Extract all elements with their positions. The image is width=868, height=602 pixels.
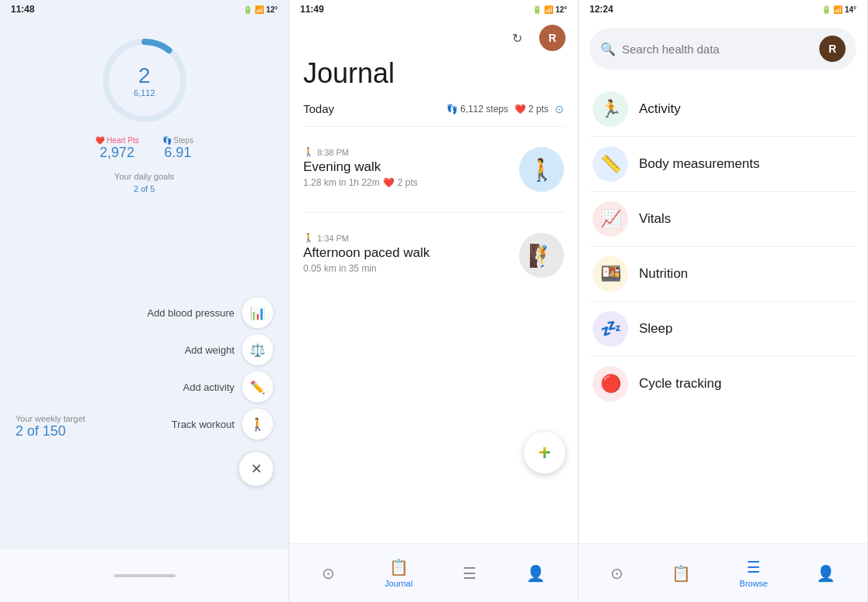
stats-row: ❤️ Heart Pts 2,972 👣 Steps 6.91 <box>95 136 193 161</box>
temp-label: 12° <box>266 5 278 14</box>
status-bar-1: 11:48 🔋 📶 12° <box>0 0 289 19</box>
cycle-label: Cycle tracking <box>639 376 722 392</box>
signal-icon-2: 📶 <box>544 5 553 14</box>
add-fab[interactable]: + <box>524 432 566 474</box>
sleep-icon-circle: 💤 <box>593 311 628 347</box>
temp-2: 12° <box>555 5 567 14</box>
temp-3: 14° <box>845 5 856 14</box>
home-content: 2 6,112 ❤️ Heart Pts 2,972 👣 Steps 6.91 … <box>0 19 289 548</box>
weekly-label: Your weekly target <box>15 414 85 423</box>
plus-icon: + <box>538 440 551 465</box>
browse-item-vitals[interactable]: 📈 Vitals <box>589 192 856 247</box>
browse-item-sleep[interactable]: 💤 Sleep <box>589 302 856 357</box>
browse-item-activity[interactable]: 🏃 Activity <box>589 82 856 137</box>
panel-browse: 12:24 🔋 📶 14° 🔍 R 🏃 Activity <box>579 0 868 602</box>
workout-icon: 🚶 <box>250 417 265 432</box>
user-avatar-3[interactable]: R <box>819 36 846 62</box>
search-bar[interactable]: 🔍 R <box>589 28 856 70</box>
action-bp-button[interactable]: 📊 <box>242 297 273 328</box>
action-weight-label: Add weight <box>185 344 234 356</box>
activity-icon: 🏃 <box>600 99 621 119</box>
action-workout-button[interactable]: 🚶 <box>242 409 273 440</box>
profile-tab-icon-2: 👤 <box>526 564 545 583</box>
close-button[interactable]: ✕ <box>239 452 273 486</box>
action-activity-label: Add activity <box>183 381 234 393</box>
walk-icon-1: 🚶 <box>303 147 314 157</box>
activity-thumb-1: 🚶 <box>519 147 564 192</box>
action-activity[interactable]: Add activity ✏️ <box>183 371 273 402</box>
browse-item-body[interactable]: 📏 Body measurements <box>589 137 856 192</box>
browse-item-cycle[interactable]: 🔴 Cycle tracking <box>589 357 856 411</box>
status-bar-2: 11:49 🔋 📶 12° <box>289 0 578 19</box>
nav-tab-profile-3[interactable]: 👤 <box>816 564 836 583</box>
nav-tab-home-3[interactable]: ⊙ <box>610 564 624 583</box>
browse-tab-label: Browse <box>740 579 768 588</box>
quick-actions: Add blood pressure 📊 Add weight ⚖️ Add a… <box>147 297 273 440</box>
heart-icon: ❤️ Heart Pts <box>95 136 138 145</box>
activity-ring: 2 6,112 <box>98 34 191 127</box>
weekly-target: Your weekly target 2 of 150 <box>15 414 85 440</box>
thumb-icon-1: 🚶 <box>528 157 555 183</box>
nav-tab-list-2[interactable]: ☰ <box>463 564 477 583</box>
status-icons-1: 🔋 📶 12° <box>243 5 278 14</box>
vitals-icon: 📈 <box>600 209 621 229</box>
body-icon: 📏 <box>600 154 621 174</box>
action-weight-button[interactable]: ⚖️ <box>242 334 273 365</box>
search-input[interactable] <box>622 43 813 56</box>
weight-icon: ⚖️ <box>250 343 265 357</box>
activity-name-1: Evening walk <box>303 159 418 175</box>
nav-tab-journal[interactable]: 📋 Journal <box>384 558 412 588</box>
nav-tab-journal-3[interactable]: 📋 <box>672 564 691 583</box>
stat-heart: ❤️ Heart Pts 2,972 <box>95 136 138 161</box>
heart-detail-icon: ❤️ <box>383 177 395 188</box>
journal-tab-label: Journal <box>384 579 412 588</box>
nutrition-icon-circle: 🍱 <box>593 256 628 292</box>
steps-chip: 👣 6,112 steps <box>446 104 508 115</box>
status-bar-3: 12:24 🔋 📶 14° <box>579 0 867 19</box>
user-avatar-2[interactable]: R <box>539 25 566 51</box>
action-workout-label: Track workout <box>172 419 234 430</box>
journal-header: ↻ R <box>289 19 578 57</box>
bp-icon: 📊 <box>250 306 265 320</box>
stat-steps: 👣 Steps 6.91 <box>162 136 193 161</box>
panel-home: 11:48 🔋 📶 12° 2 6,112 ❤️ Heart Pts 2,972 <box>0 0 289 602</box>
time-3: 12:24 <box>589 4 613 15</box>
thumb-icon-2: 🧗 <box>528 243 555 269</box>
action-activity-button[interactable]: ✏️ <box>242 371 273 402</box>
home-tab-icon-3: ⊙ <box>610 564 624 583</box>
activity-card-2[interactable]: 🚶 1:34 PM Afternoon paced walk 0.05 km i… <box>303 225 564 286</box>
nav-tabs-3: ⊙ 📋 ☰ Browse 👤 <box>579 558 867 588</box>
journal-tab-icon: 📋 <box>389 558 408 576</box>
cycle-icon: 🔴 <box>600 374 621 394</box>
action-workout[interactable]: Track workout 🚶 <box>172 409 273 440</box>
nav-tab-browse[interactable]: ☰ Browse <box>740 558 768 588</box>
action-weight[interactable]: Add weight ⚖️ <box>185 334 273 365</box>
activity-time-2: 🚶 1:34 PM <box>303 233 430 243</box>
action-bp[interactable]: Add blood pressure 📊 <box>147 297 273 328</box>
sleep-label: Sleep <box>639 321 672 337</box>
refresh-button[interactable]: ↻ <box>504 25 530 51</box>
activity-thumb-2: 🧗 <box>519 233 564 278</box>
divider-1 <box>303 126 564 127</box>
browse-item-nutrition[interactable]: 🍱 Nutrition <box>589 247 856 302</box>
weekly-value: 2 of 150 <box>15 423 85 440</box>
nav-tab-home-2[interactable]: ⊙ <box>322 564 335 583</box>
profile-tab-icon-3: 👤 <box>816 564 836 583</box>
refresh-icon: ↻ <box>512 31 522 46</box>
activity-detail-1: 1.28 km in 1h 22m ❤️ 2 pts <box>303 177 418 188</box>
body-label: Body measurements <box>639 156 760 172</box>
activity-time-1: 🚶 8:38 PM <box>303 147 418 157</box>
panel-journal: 11:49 🔋 📶 12° ↻ R Journal Today 👣 6,112 … <box>289 0 579 602</box>
status-icons-3: 🔋 📶 14° <box>822 5 856 14</box>
close-icon: ✕ <box>251 460 262 477</box>
nav-tabs-2: ⊙ 📋 Journal ☰ 👤 <box>289 558 578 588</box>
activity-row-1: 🚶 8:38 PM Evening walk 1.28 km in 1h 22m… <box>303 147 564 192</box>
activity-name-2: Afternoon paced walk <box>303 245 430 261</box>
sleep-icon: 💤 <box>600 319 621 339</box>
action-bp-label: Add blood pressure <box>147 307 234 319</box>
nav-tab-profile-2[interactable]: 👤 <box>526 564 545 583</box>
body-icon-circle: 📏 <box>593 146 628 182</box>
activity-card-1[interactable]: 🚶 8:38 PM Evening walk 1.28 km in 1h 22m… <box>303 139 564 200</box>
signal-icon-3: 📶 <box>833 5 842 14</box>
pencil-icon: ✏️ <box>250 380 265 395</box>
